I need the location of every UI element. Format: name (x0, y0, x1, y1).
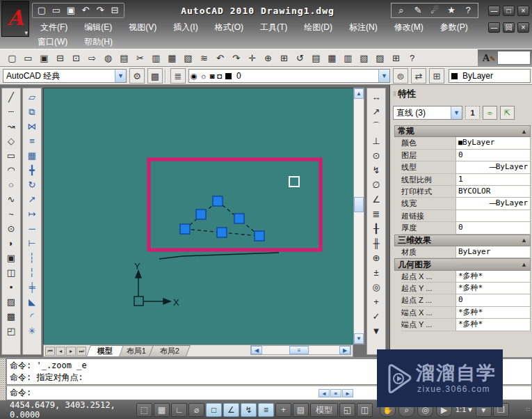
plot-icon[interactable]: ⊟ (108, 4, 121, 17)
undo-icon[interactable]: ↶ (79, 4, 92, 17)
polygon-icon[interactable]: ◇ (4, 134, 19, 148)
zoom-previous-icon[interactable]: ↺ (293, 51, 307, 65)
palette-title-bar[interactable]: ⁞⁞ 特性 (393, 88, 531, 100)
property-row[interactable]: 图层 0 (401, 150, 531, 161)
bulb-icon[interactable]: ◉ (191, 72, 198, 81)
workspace-combo[interactable]: AutoCAD 经典 ▼ (3, 69, 127, 83)
revcloud-icon[interactable]: ∿ (4, 192, 19, 206)
zoom-window-icon[interactable]: ⊞ (277, 51, 291, 65)
sun-icon[interactable]: ☼ (200, 72, 207, 80)
property-row[interactable]: 线型 ByLayer (401, 161, 531, 173)
layout-tab[interactable]: 模型 (86, 345, 124, 356)
scale-icon[interactable]: ↗ (25, 192, 40, 206)
collapse-arrow-icon[interactable]: ▲ (521, 261, 527, 268)
save-icon[interactable]: ▣ (65, 4, 77, 17)
layout-switch-icon[interactable]: ◫ (357, 403, 373, 417)
markup-icon[interactable]: ▤ (117, 51, 131, 65)
fillet-icon[interactable]: ◜ (25, 309, 40, 323)
viewport-freeze-icon[interactable]: ◙ (210, 72, 215, 80)
layer-combo[interactable]: ◉☼◙◘ 0 ▼ (188, 69, 390, 83)
sheetset-manager-icon[interactable]: ▧ (357, 51, 371, 65)
publish-icon[interactable]: ⇨ (85, 51, 99, 65)
property-row[interactable]: 起点 Z ... 0 (401, 294, 531, 306)
erase-icon[interactable]: ▱ (25, 90, 40, 104)
property-row[interactable]: 几何图形 ▲ (394, 258, 531, 270)
menu-item[interactable]: 工具(T) (252, 20, 296, 35)
dim-style-icon[interactable]: ▼ (369, 324, 384, 338)
gradient-icon[interactable]: ▩ (4, 309, 19, 323)
command-window-grip[interactable] (0, 358, 6, 400)
redo-icon[interactable]: ↷ (229, 51, 243, 65)
mirror-icon[interactable]: ⋈ (25, 119, 40, 133)
grid-toggle[interactable]: ▦ (154, 403, 170, 417)
web-icon[interactable]: ◍ (101, 51, 115, 65)
markup-set-icon[interactable]: ▨ (373, 51, 387, 65)
property-row[interactable]: 常规 ▲ (394, 125, 531, 137)
save-icon[interactable]: ▣ (37, 51, 51, 65)
scroll-left-icon[interactable]: ◀ (251, 346, 262, 354)
workspace-save-button[interactable]: ▩ (147, 68, 163, 84)
polar-toggle[interactable]: ⌀ (188, 403, 204, 417)
explode-icon[interactable]: ✳ (25, 324, 40, 338)
dimension-text-edit-icon[interactable]: + (369, 294, 384, 308)
quickcalc-icon[interactable]: ⊞ (389, 51, 403, 65)
print-preview-icon[interactable]: ⊡ (69, 51, 83, 65)
property-row[interactable]: 线宽 ByLayer (401, 198, 531, 209)
property-row[interactable]: 厚度 0 (401, 222, 531, 234)
offset-icon[interactable]: ≡ (25, 134, 40, 148)
close-button[interactable]: × (517, 6, 529, 16)
property-row[interactable]: 端点 X ... *多种* (401, 307, 531, 319)
angular-icon[interactable]: ∠ (369, 192, 384, 206)
make-block-icon[interactable]: ◫ (4, 265, 19, 279)
menu-item[interactable]: 文件(F) (32, 20, 76, 35)
open-icon[interactable]: ▭ (21, 51, 35, 65)
text-style-icon[interactable]: A (481, 51, 497, 65)
doc-close-button[interactable]: × (517, 22, 529, 33)
color-combo[interactable]: ByLayer (449, 69, 531, 83)
lock-icon[interactable]: ◘ (217, 72, 222, 80)
make-layer-current-icon[interactable]: ⊜ (393, 68, 408, 84)
quick-dimension-icon[interactable]: ≣ (369, 207, 384, 221)
help-icon[interactable]: ? (462, 4, 474, 17)
center-mark-icon[interactable]: ± (369, 265, 384, 279)
property-row[interactable]: 端点 Y ... *多种* (401, 319, 531, 331)
construction-line-icon[interactable]: ┄ (4, 104, 19, 118)
property-row[interactable]: 线型比例 1 (401, 174, 531, 186)
menu-item[interactable]: 视图(V) (120, 20, 165, 35)
scroll-thumb[interactable] (354, 197, 364, 212)
baseline-icon[interactable]: ╂ (369, 221, 384, 235)
property-row[interactable]: 起点 X ... *多种* (401, 271, 531, 283)
ellipse-arc-icon[interactable]: ◗ (4, 236, 19, 250)
zoom-realtime-icon[interactable]: ⊕ (261, 51, 275, 65)
region-icon[interactable]: ◰ (4, 324, 19, 338)
grips[interactable] (180, 196, 264, 241)
style-input[interactable] (497, 51, 531, 65)
menu-item[interactable]: 标注(N) (341, 20, 386, 35)
extend-icon[interactable]: ⊢ (25, 236, 40, 250)
prev-tab-button[interactable]: ◂ (56, 347, 65, 356)
layer-properties-manager-button[interactable]: ≣ (170, 68, 186, 84)
chamfer-icon[interactable]: ◣ (25, 294, 40, 308)
properties-icon[interactable]: ▤ (309, 51, 323, 65)
cut-icon[interactable]: ✂ (133, 51, 147, 65)
polyline-icon[interactable]: ↝ (4, 119, 19, 133)
last-tab-button[interactable]: ⏭ (76, 347, 86, 356)
diameter-icon[interactable]: ∅ (369, 177, 384, 191)
designcenter-icon[interactable]: ▦ (325, 51, 339, 65)
menu-item[interactable]: 编辑(E) (76, 20, 120, 35)
layer-previous-icon[interactable]: ⇄ (411, 68, 426, 84)
property-row[interactable]: 打印样式 BYCOLOR (401, 186, 531, 198)
trim-icon[interactable]: ─ (25, 221, 40, 235)
break-at-point-icon[interactable]: ┆ (25, 251, 40, 264)
help-icon[interactable]: ? (405, 51, 419, 65)
layer-states-icon[interactable]: ⊞ (429, 68, 444, 84)
scroll-right-icon[interactable]: ▶ (339, 346, 350, 354)
quick-properties-toggle[interactable]: ▤ (293, 403, 309, 417)
dimension-edit-icon[interactable]: ◎ (369, 280, 384, 294)
ellipse-icon[interactable]: ⊙ (4, 221, 19, 235)
search-icon[interactable]: ⌕ (395, 4, 408, 17)
snap-toggle[interactable]: ⬚ (136, 403, 152, 417)
move-icon[interactable]: ╋ (25, 163, 40, 177)
circle-icon[interactable]: ○ (4, 177, 19, 191)
quick-select-button[interactable]: ⇱ (500, 106, 515, 120)
